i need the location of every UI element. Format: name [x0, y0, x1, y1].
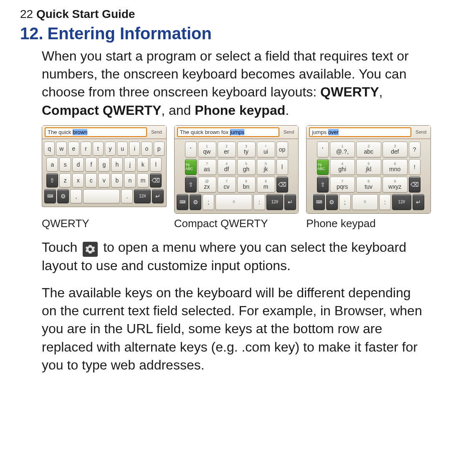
t9-key[interactable]: T9 ABC: [317, 159, 329, 175]
t9-key[interactable]: T9 ABC: [185, 159, 197, 175]
key-r[interactable]: r: [81, 142, 91, 156]
settings-key[interactable]: ⚙: [57, 189, 69, 203]
qwerty-input-field[interactable]: The quick brown: [45, 127, 147, 137]
key-p[interactable]: p: [154, 142, 165, 156]
key-z[interactable]: z: [59, 173, 71, 187]
key-ty[interactable]: 3ty: [237, 142, 256, 157]
compact-input-field[interactable]: The quick brown fox jumps: [177, 127, 279, 137]
key-v[interactable]: v: [98, 173, 110, 187]
key-x[interactable]: x: [72, 173, 84, 187]
key-d[interactable]: d: [72, 157, 84, 172]
numsym-key[interactable]: 12#: [266, 194, 283, 210]
shift-key[interactable]: ⇧: [185, 177, 197, 192]
key-j[interactable]: j: [124, 157, 136, 172]
key-3-def[interactable]: 3def: [383, 142, 408, 157]
key-b[interactable]: b: [111, 173, 123, 187]
qwerty-row-1: q w e r t y u i o p: [44, 142, 165, 156]
enter-key[interactable]: ↵: [413, 194, 424, 210]
caption-phone: Phone keypad: [306, 217, 431, 230]
key-m[interactable]: 9m: [257, 177, 275, 192]
semicolon-key[interactable]: ;: [339, 194, 351, 210]
key-jk[interactable]: 6jk: [257, 159, 275, 175]
backspace-key[interactable]: ⌫: [409, 177, 421, 192]
key-as[interactable]: ?as: [198, 159, 216, 175]
section-heading: 12.Entering Information: [20, 24, 431, 43]
settings-key[interactable]: ⚙: [326, 194, 338, 210]
key-ui[interactable]: +ui: [257, 142, 275, 157]
key-cv[interactable]: 7cv: [218, 177, 236, 192]
key-f[interactable]: f: [85, 157, 97, 172]
qwerty-row-2: a s d f g h j k l: [44, 157, 165, 172]
backspace-key[interactable]: ⌫: [276, 177, 288, 192]
key-1[interactable]: 1@.?,: [330, 142, 355, 157]
key-5-jkl[interactable]: 5jkl: [356, 159, 381, 175]
key-exclaim[interactable]: !: [409, 159, 421, 175]
comma-key[interactable]: ,: [70, 189, 82, 203]
running-title: Quick Start Guide: [36, 8, 135, 20]
key-e[interactable]: e: [68, 142, 79, 156]
key-9-wxyz[interactable]: 9wxyz: [383, 177, 408, 192]
key-t[interactable]: t: [93, 142, 104, 156]
key-7-pqrs[interactable]: 7pqrs: [330, 177, 355, 192]
key-q[interactable]: q: [44, 142, 55, 156]
keyboard-compact-figure: The quick brown fox jumps Send ' 1qw 2er…: [174, 125, 299, 214]
key-2-abc[interactable]: 2abc: [356, 142, 381, 157]
colon-key[interactable]: :: [379, 194, 391, 210]
key-8-tuv[interactable]: 8tuv: [356, 177, 381, 192]
enter-key[interactable]: ↵: [152, 189, 164, 203]
send-button[interactable]: Send: [149, 129, 164, 134]
running-header: 22 Quick Start Guide: [20, 8, 431, 21]
send-button[interactable]: Send: [282, 129, 296, 134]
key-er[interactable]: 2er: [218, 142, 236, 157]
space-key[interactable]: [83, 189, 120, 203]
phone-input-field[interactable]: jumps over: [309, 127, 411, 137]
caption-qwerty: QWERTY: [42, 217, 167, 230]
backspace-key[interactable]: ⌫: [150, 173, 162, 187]
key-qw[interactable]: 1qw: [198, 142, 216, 157]
space-key[interactable]: 0: [352, 194, 378, 210]
keyboard-toggle-key[interactable]: ⌨: [177, 194, 188, 210]
key-s[interactable]: s: [59, 157, 71, 172]
key-apostrophe[interactable]: ': [185, 142, 197, 157]
key-bn[interactable]: 8bn: [237, 177, 256, 192]
key-u[interactable]: u: [117, 142, 128, 156]
key-op[interactable]: op: [276, 142, 288, 157]
key-apostrophe[interactable]: ': [317, 142, 329, 157]
key-h[interactable]: h: [111, 157, 123, 172]
shift-key[interactable]: ⇧: [46, 173, 58, 187]
key-gh[interactable]: 5gh: [237, 159, 256, 175]
key-l[interactable]: l: [150, 157, 162, 172]
key-c[interactable]: c: [85, 173, 97, 187]
key-4-ghi[interactable]: 4ghi: [330, 159, 355, 175]
key-question[interactable]: ?: [409, 142, 421, 157]
key-zx[interactable]: @zx: [198, 177, 216, 192]
key-y[interactable]: y: [105, 142, 116, 156]
send-button[interactable]: Send: [414, 129, 428, 134]
key-o[interactable]: o: [141, 142, 152, 156]
touch-paragraph: Touch to open a menu where you can selec…: [42, 238, 426, 275]
space-key[interactable]: 0: [215, 194, 252, 210]
period-key[interactable]: .: [121, 189, 133, 203]
key-i[interactable]: i: [129, 142, 140, 156]
key-k[interactable]: k: [137, 157, 149, 172]
enter-key[interactable]: ↵: [284, 194, 296, 210]
keyboard-toggle-key[interactable]: ⌨: [44, 189, 56, 203]
shift-key[interactable]: ⇧: [317, 177, 329, 192]
key-6-mno[interactable]: 6mno: [383, 159, 408, 175]
key-w[interactable]: w: [56, 142, 67, 156]
key-a[interactable]: a: [46, 157, 58, 172]
numsym-key[interactable]: 12#: [392, 194, 411, 210]
key-g[interactable]: g: [98, 157, 110, 172]
section-number: 12.: [20, 24, 43, 43]
key-n[interactable]: n: [124, 173, 136, 187]
colon-key[interactable]: :: [253, 194, 265, 210]
semicolon-key[interactable]: ;: [203, 194, 214, 210]
settings-key[interactable]: ⚙: [190, 194, 201, 210]
key-df[interactable]: 4df: [218, 159, 236, 175]
key-m[interactable]: m: [137, 173, 149, 187]
key-l[interactable]: l: [276, 159, 288, 175]
keyboard-toggle-key[interactable]: ⌨: [313, 194, 325, 210]
keyboard-phone-figure: jumps over Send ' 1@.?, 2abc 3def ? T9 A…: [306, 125, 431, 214]
layout-phone: Phone keypad: [195, 103, 285, 118]
numsym-key[interactable]: 12#: [134, 189, 151, 203]
